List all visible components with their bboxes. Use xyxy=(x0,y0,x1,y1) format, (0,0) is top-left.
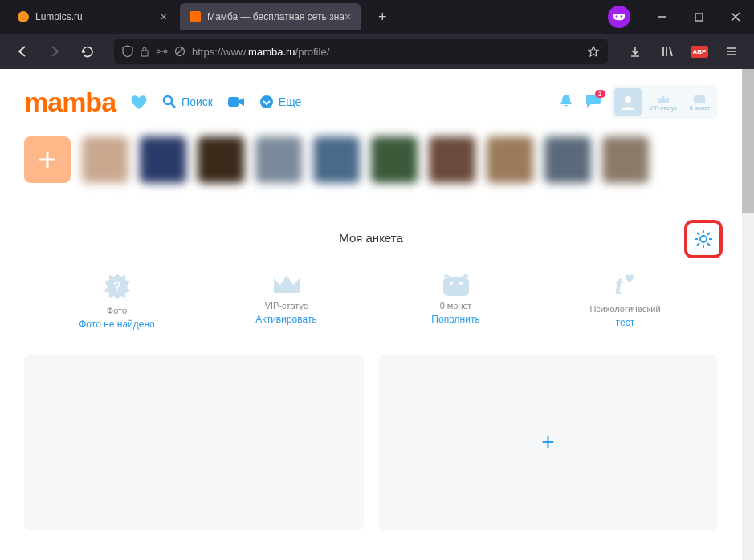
test-icon: t xyxy=(615,270,635,301)
plus-icon: + xyxy=(541,429,554,455)
bookmark-icon[interactable] xyxy=(587,45,600,58)
close-icon[interactable]: × xyxy=(161,10,167,23)
search-nav[interactable]: Поиск xyxy=(162,95,213,109)
lock-icon xyxy=(140,46,149,57)
svg-point-1 xyxy=(621,15,623,18)
video-button[interactable] xyxy=(227,95,245,108)
svg-line-19 xyxy=(171,103,175,108)
svg-point-36 xyxy=(459,282,463,285)
downloads-button[interactable] xyxy=(622,39,648,64)
close-button[interactable] xyxy=(717,0,754,34)
shield-icon xyxy=(122,45,133,58)
svg-rect-3 xyxy=(695,14,703,21)
photo-thumb[interactable] xyxy=(487,136,533,183)
card-label: VIP-статус xyxy=(265,301,308,310)
card-photo[interactable]: ? Фото Фото не найдено xyxy=(45,270,190,330)
settings-gear-button[interactable] xyxy=(684,220,723,258)
svg-line-11 xyxy=(177,48,183,55)
add-photo-button[interactable] xyxy=(24,136,71,183)
card-vip[interactable]: VIP-статус Активировать xyxy=(214,270,359,330)
forward-button[interactable] xyxy=(42,39,67,64)
heart-button[interactable] xyxy=(130,94,148,110)
crown-icon xyxy=(656,93,670,104)
coins-mini[interactable]: 0 монет xyxy=(685,93,715,111)
tab-title: Lumpics.ru xyxy=(35,11,83,22)
svg-point-7 xyxy=(157,50,160,53)
svg-line-14 xyxy=(670,47,672,56)
photo-thumb[interactable] xyxy=(255,136,302,183)
photo-thumb[interactable] xyxy=(602,136,649,183)
new-tab-button[interactable]: + xyxy=(370,5,394,29)
tab-lumpics[interactable]: Lumpics.ru × xyxy=(8,3,177,30)
photo-thumb[interactable] xyxy=(140,136,186,183)
card-action[interactable]: Фото не найдено xyxy=(79,319,155,330)
maximize-button[interactable] xyxy=(680,0,717,34)
chevron-down-icon xyxy=(259,95,274,109)
minimize-button[interactable] xyxy=(643,0,680,34)
card-label: 0 монет xyxy=(440,301,472,310)
reload-button[interactable] xyxy=(74,39,100,64)
svg-text:?: ? xyxy=(113,280,121,294)
permissions-icon xyxy=(156,47,168,55)
panel-right[interactable]: + xyxy=(378,354,718,530)
wallet-icon xyxy=(440,270,472,298)
card-action[interactable]: тест xyxy=(616,317,635,328)
library-button[interactable] xyxy=(654,39,680,64)
panel-left[interactable] xyxy=(24,354,364,530)
card-coins[interactable]: 0 монет Пополнить xyxy=(384,270,528,330)
tab-title: Мамба — бесплатная сеть зна xyxy=(207,11,344,22)
svg-point-35 xyxy=(450,282,453,285)
vpn-button[interactable] xyxy=(603,1,635,33)
more-label: Еще xyxy=(279,95,302,108)
mask-icon xyxy=(608,6,630,28)
card-label: Фото xyxy=(107,306,127,315)
profile-cards: ? Фото Фото не найдено VIP-статус Активи… xyxy=(24,270,718,330)
scrollbar-thumb[interactable] xyxy=(742,69,754,213)
menu-button[interactable] xyxy=(719,39,744,64)
photo-thumb[interactable] xyxy=(371,136,418,183)
avatar xyxy=(614,88,642,116)
user-box[interactable]: VIP-статус 0 монет xyxy=(611,85,718,119)
crown-icon xyxy=(271,270,303,298)
card-action[interactable]: Активировать xyxy=(255,314,316,325)
search-label: Поиск xyxy=(181,95,213,108)
svg-point-25 xyxy=(700,236,707,242)
photo-strip xyxy=(24,136,718,183)
photo-thumb[interactable] xyxy=(429,136,475,183)
tab-strip: Lumpics.ru × Мамба — бесплатная сеть зна… xyxy=(0,0,603,34)
svg-line-31 xyxy=(707,243,710,246)
tab-mamba[interactable]: Мамба — бесплатная сеть зна × xyxy=(180,3,361,30)
messages-button[interactable]: 1 xyxy=(584,92,601,112)
url-bar[interactable]: https://www.mamba.ru/profile/ xyxy=(114,39,608,64)
card-label: Психологический xyxy=(589,304,660,314)
photo-thumb[interactable] xyxy=(198,136,244,183)
svg-rect-6 xyxy=(141,51,148,56)
more-nav[interactable]: Еще xyxy=(259,95,302,109)
vip-mini[interactable]: VIP-статус xyxy=(645,93,682,111)
search-icon xyxy=(162,95,177,109)
page-body: mamba Поиск Еще 1 xyxy=(0,69,742,560)
close-icon[interactable]: × xyxy=(344,10,351,23)
panels-row: + xyxy=(24,354,718,530)
card-test[interactable]: t Психологический тест xyxy=(553,270,698,330)
svg-point-22 xyxy=(625,96,631,103)
mamba-logo[interactable]: mamba xyxy=(24,87,116,118)
browser-toolbar: https://www.mamba.ru/profile/ ABP xyxy=(0,34,754,69)
photo-thumb[interactable] xyxy=(313,136,360,183)
svg-line-33 xyxy=(697,243,699,246)
mamba-favicon xyxy=(190,11,201,22)
question-badge-icon: ? xyxy=(101,270,133,302)
svg-line-32 xyxy=(707,233,710,235)
back-button[interactable] xyxy=(10,39,35,64)
lumpics-favicon xyxy=(18,11,29,22)
photo-thumb[interactable] xyxy=(82,136,128,183)
svg-line-30 xyxy=(697,233,699,235)
photo-thumb[interactable] xyxy=(544,136,591,183)
url-text: https://www.mamba.ru/profile/ xyxy=(192,46,581,58)
notifications-button[interactable] xyxy=(558,92,574,112)
gear-icon xyxy=(693,229,714,250)
site-header: mamba Поиск Еще 1 xyxy=(24,85,718,119)
abp-button[interactable]: ABP xyxy=(687,39,712,64)
card-action[interactable]: Пополнить xyxy=(431,314,479,325)
wallet-icon xyxy=(692,93,707,104)
